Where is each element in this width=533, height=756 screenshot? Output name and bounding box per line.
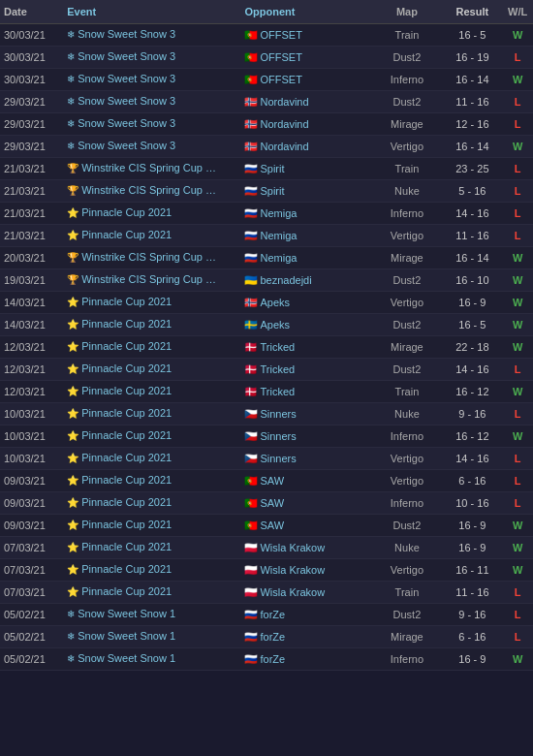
cell-event[interactable]: ❄Snow Sweet Snow 3 <box>63 69 240 91</box>
opponent-name[interactable]: OFFSET <box>260 74 301 85</box>
event-name[interactable]: Pinnacle Cup 2021 <box>81 563 172 575</box>
event-name[interactable]: Pinnacle Cup 2021 <box>81 229 172 240</box>
cell-event[interactable]: ❄Snow Sweet Snow 1 <box>63 648 240 671</box>
cell-event[interactable]: ⭐Pinnacle Cup 2021 <box>63 292 240 314</box>
opponent-name[interactable]: forZe <box>260 653 285 665</box>
event-name[interactable]: Snow Sweet Snow 3 <box>78 73 175 84</box>
event-name[interactable]: Snow Sweet Snow 1 <box>78 652 175 664</box>
cell-opponent[interactable]: 🇷🇺forZe <box>240 626 371 648</box>
cell-event[interactable]: ❄Snow Sweet Snow 3 <box>63 47 240 69</box>
cell-event[interactable]: 🏆Winstrike CIS Spring Cup 20... <box>63 158 240 180</box>
opponent-name[interactable]: Nemiga <box>260 230 297 241</box>
cell-opponent[interactable]: 🇷🇺Nemiga <box>240 247 371 269</box>
cell-event[interactable]: ⭐Pinnacle Cup 2021 <box>63 403 240 425</box>
cell-event[interactable]: ⭐Pinnacle Cup 2021 <box>63 582 240 604</box>
opponent-name[interactable]: Sinners <box>260 430 296 442</box>
cell-event[interactable]: ⭐Pinnacle Cup 2021 <box>63 359 240 381</box>
opponent-name[interactable]: Wisla Krakow <box>260 542 325 553</box>
event-name[interactable]: Pinnacle Cup 2021 <box>81 318 172 330</box>
event-name[interactable]: Snow Sweet Snow 3 <box>78 50 175 62</box>
cell-event[interactable]: ⭐Pinnacle Cup 2021 <box>63 425 240 448</box>
opponent-name[interactable]: Spirit <box>260 185 284 197</box>
opponent-name[interactable]: beznadejdi <box>260 274 311 286</box>
cell-opponent[interactable]: 🇩🇰Tricked <box>240 336 371 359</box>
opponent-name[interactable]: Nordavind <box>260 96 308 108</box>
opponent-name[interactable]: SAW <box>260 520 284 531</box>
opponent-name[interactable]: Nordavind <box>260 141 308 152</box>
cell-opponent[interactable]: 🇵🇹SAW <box>240 492 371 515</box>
cell-event[interactable]: ❄Snow Sweet Snow 3 <box>63 91 240 113</box>
event-name[interactable]: Snow Sweet Snow 1 <box>78 630 175 642</box>
cell-opponent[interactable]: 🇩🇰Tricked <box>240 359 371 381</box>
cell-opponent[interactable]: 🇵🇹SAW <box>240 470 371 492</box>
cell-opponent[interactable]: 🇸🇪Apeks <box>240 314 371 336</box>
event-name[interactable]: Pinnacle Cup 2021 <box>81 385 172 396</box>
cell-opponent[interactable]: 🇵🇹OFFSET <box>240 24 371 47</box>
cell-event[interactable]: ⭐Pinnacle Cup 2021 <box>63 470 240 492</box>
cell-event[interactable]: ⭐Pinnacle Cup 2021 <box>63 203 240 225</box>
cell-event[interactable]: ❄Snow Sweet Snow 3 <box>63 136 240 158</box>
opponent-name[interactable]: Sinners <box>260 408 296 420</box>
opponent-name[interactable]: Nordavind <box>260 118 308 130</box>
event-name[interactable]: Pinnacle Cup 2021 <box>81 429 172 441</box>
event-name[interactable]: Snow Sweet Snow 3 <box>78 95 175 107</box>
opponent-name[interactable]: OFFSET <box>260 51 301 63</box>
cell-opponent[interactable]: 🇷🇺Nemiga <box>240 225 371 247</box>
cell-opponent[interactable]: 🇨🇿Sinners <box>240 425 371 448</box>
event-name[interactable]: Pinnacle Cup 2021 <box>81 407 172 419</box>
cell-opponent[interactable]: 🇨🇿Sinners <box>240 448 371 470</box>
cell-opponent[interactable]: 🇷🇺forZe <box>240 604 371 626</box>
cell-opponent[interactable]: 🇷🇺Spirit <box>240 158 371 180</box>
event-name[interactable]: Pinnacle Cup 2021 <box>81 474 172 486</box>
cell-opponent[interactable]: 🇳🇴Nordavind <box>240 136 371 158</box>
event-name[interactable]: Snow Sweet Snow 3 <box>78 28 175 40</box>
cell-opponent[interactable]: 🇵🇹SAW <box>240 515 371 537</box>
cell-event[interactable]: ⭐Pinnacle Cup 2021 <box>63 515 240 537</box>
opponent-name[interactable]: SAW <box>260 497 284 509</box>
event-name[interactable]: Pinnacle Cup 2021 <box>81 541 172 552</box>
cell-event[interactable]: 🏆Winstrike CIS Spring Cup 20... <box>63 247 240 269</box>
cell-opponent[interactable]: 🇷🇺forZe <box>240 648 371 671</box>
opponent-name[interactable]: Wisla Krakow <box>260 586 325 598</box>
opponent-name[interactable]: Spirit <box>260 163 284 174</box>
cell-event[interactable]: 🏆Winstrike CIS Spring Cup 20... <box>63 180 240 203</box>
event-name[interactable]: Pinnacle Cup 2021 <box>81 496 172 508</box>
cell-opponent[interactable]: 🇵🇱Wisla Krakow <box>240 537 371 559</box>
cell-opponent[interactable]: 🇵🇹OFFSET <box>240 47 371 69</box>
cell-opponent[interactable]: 🇵🇱Wisla Krakow <box>240 582 371 604</box>
event-name[interactable]: Pinnacle Cup 2021 <box>81 362 172 374</box>
cell-event[interactable]: ❄Snow Sweet Snow 1 <box>63 604 240 626</box>
event-name[interactable]: Winstrike CIS Spring Cup 20... <box>81 162 217 173</box>
cell-event[interactable]: ⭐Pinnacle Cup 2021 <box>63 225 240 247</box>
opponent-name[interactable]: OFFSET <box>260 29 301 41</box>
opponent-name[interactable]: Wisla Krakow <box>260 564 325 576</box>
cell-event[interactable]: ⭐Pinnacle Cup 2021 <box>63 314 240 336</box>
cell-opponent[interactable]: 🇷🇺Spirit <box>240 180 371 203</box>
cell-event[interactable]: ❄Snow Sweet Snow 3 <box>63 24 240 47</box>
event-name[interactable]: Pinnacle Cup 2021 <box>81 296 172 307</box>
cell-event[interactable]: ⭐Pinnacle Cup 2021 <box>63 559 240 582</box>
cell-opponent[interactable]: 🇷🇺Nemiga <box>240 203 371 225</box>
cell-opponent[interactable]: 🇨🇿Sinners <box>240 403 371 425</box>
opponent-name[interactable]: Tricked <box>260 386 295 397</box>
cell-event[interactable]: ⭐Pinnacle Cup 2021 <box>63 492 240 515</box>
event-name[interactable]: Pinnacle Cup 2021 <box>81 206 172 218</box>
event-name[interactable]: Pinnacle Cup 2021 <box>81 340 172 352</box>
event-name[interactable]: Snow Sweet Snow 1 <box>78 608 175 619</box>
event-name[interactable]: Winstrike CIS Spring Cup 20... <box>81 273 217 285</box>
event-name[interactable]: Winstrike CIS Spring Cup 20... <box>81 184 217 196</box>
opponent-name[interactable]: forZe <box>260 609 285 620</box>
event-name[interactable]: Snow Sweet Snow 3 <box>78 117 175 129</box>
cell-opponent[interactable]: 🇳🇴Nordavind <box>240 91 371 113</box>
cell-event[interactable]: ⭐Pinnacle Cup 2021 <box>63 448 240 470</box>
cell-opponent[interactable]: 🇵🇱Wisla Krakow <box>240 559 371 582</box>
cell-event[interactable]: ❄Snow Sweet Snow 1 <box>63 626 240 648</box>
cell-event[interactable]: ⭐Pinnacle Cup 2021 <box>63 537 240 559</box>
cell-opponent[interactable]: 🇺🇦beznadejdi <box>240 269 371 292</box>
cell-opponent[interactable]: 🇵🇹OFFSET <box>240 69 371 91</box>
opponent-name[interactable]: Tricked <box>260 363 295 375</box>
cell-opponent[interactable]: 🇩🇰Tricked <box>240 381 371 403</box>
opponent-name[interactable]: Apeks <box>260 297 290 308</box>
opponent-name[interactable]: forZe <box>260 631 285 643</box>
cell-event[interactable]: ❄Snow Sweet Snow 3 <box>63 113 240 136</box>
